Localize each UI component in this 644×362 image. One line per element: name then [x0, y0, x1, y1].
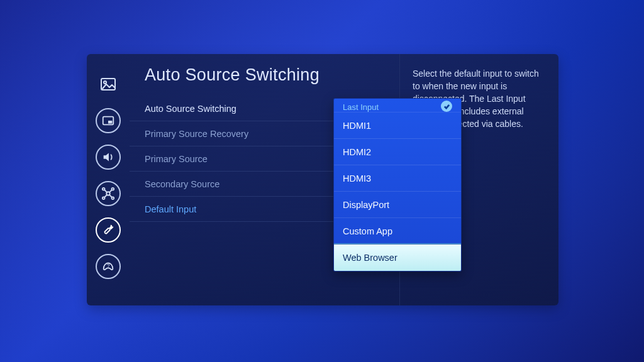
- sidebar-item-settings[interactable]: [96, 217, 121, 243]
- dropdown-item-label: HDMI2: [343, 147, 371, 157]
- dropdown-item-custom-app[interactable]: Custom App: [334, 218, 461, 244]
- dropdown-item-hdmi3[interactable]: HDMI3: [334, 165, 461, 192]
- sidebar-item-pip[interactable]: [96, 108, 121, 133]
- sidebar: ?: [87, 54, 130, 305]
- row-label: Secondary Source: [145, 179, 219, 189]
- pip-icon: [101, 114, 115, 128]
- svg-text:?: ?: [107, 263, 110, 269]
- sound-icon: [101, 150, 115, 164]
- row-label: Primary Source Recovery: [145, 129, 248, 139]
- dropdown-item-hdmi2[interactable]: HDMI2: [334, 139, 461, 165]
- picture-icon: [101, 78, 116, 90]
- sidebar-item-sound[interactable]: [96, 145, 121, 170]
- dropdown-item-label: DisplayPort: [343, 200, 389, 210]
- row-label: Default Input: [145, 204, 196, 214]
- dropdown-item-hdmi1[interactable]: HDMI1: [334, 112, 461, 139]
- support-icon: ?: [101, 260, 115, 273]
- settings-icon: [101, 223, 115, 237]
- check-icon: [441, 101, 452, 112]
- dropdown-item-displayport[interactable]: DisplayPort: [334, 192, 461, 218]
- dropdown-item-label: Web Browser: [343, 253, 397, 263]
- row-label: Auto Source Switching: [145, 104, 236, 114]
- dropdown-item-label: HDMI1: [343, 121, 371, 131]
- row-label: Primary Source: [145, 154, 208, 164]
- sidebar-item-support[interactable]: ?: [96, 254, 121, 279]
- dropdown-item-last-input[interactable]: Last Input: [334, 99, 461, 112]
- network-icon: [101, 187, 115, 200]
- sidebar-item-network[interactable]: [96, 181, 121, 206]
- dropdown-item-label: HDMI3: [343, 173, 371, 184]
- dropdown-item-web-browser[interactable]: Web Browser: [334, 244, 461, 271]
- sidebar-item-picture[interactable]: [96, 72, 121, 97]
- svg-rect-3: [108, 121, 112, 124]
- dropdown-item-label: Last Input: [343, 102, 379, 112]
- svg-point-1: [104, 81, 106, 84]
- settings-panel: ? Auto Source Switching Auto Source Swit…: [87, 54, 558, 305]
- dropdown-item-label: Custom App: [343, 226, 392, 236]
- page-title: Auto Source Switching: [130, 65, 399, 96]
- default-input-dropdown[interactable]: Last Input HDMI1 HDMI2 HDMI3 DisplayPort…: [333, 98, 462, 272]
